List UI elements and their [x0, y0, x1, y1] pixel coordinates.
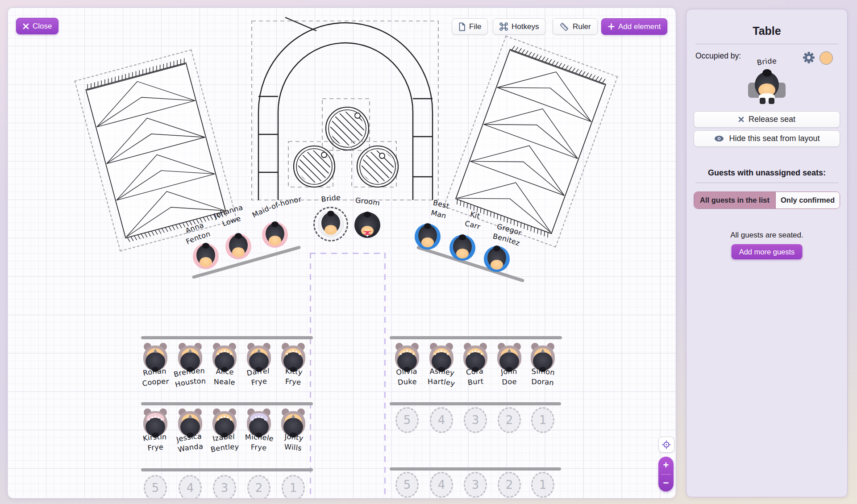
ruler-button[interactable]: Ruler — [553, 18, 598, 35]
ruler-button-label: Ruler — [573, 22, 591, 31]
pearl — [217, 353, 219, 355]
hair-sheen — [188, 414, 192, 418]
add-more-guests-button[interactable]: Add more guests — [732, 244, 803, 259]
empty-seat[interactable]: 3 — [213, 475, 236, 499]
pearl — [227, 417, 229, 418]
svg-text:Jonty: Jonty — [283, 432, 304, 443]
table-right-bottom[interactable] — [390, 467, 561, 471]
hair-bun — [235, 233, 242, 239]
hotkeys-button[interactable]: Hotkeys — [493, 18, 545, 35]
divider — [695, 44, 838, 44]
leg — [769, 98, 774, 104]
seat-bride[interactable] — [318, 211, 344, 237]
empty-seat[interactable]: 4 — [430, 472, 453, 498]
release-seat-label: Release seat — [749, 115, 795, 124]
empty-seat[interactable]: 4 — [430, 407, 453, 433]
center-view-button[interactable] — [658, 437, 674, 453]
empty-seat[interactable]: 1 — [282, 475, 305, 499]
hide-seat-button[interactable]: Hide this seat from layout — [694, 130, 840, 147]
dance-floor-outline[interactable] — [310, 253, 386, 254]
pearl — [230, 353, 232, 355]
command-icon — [499, 22, 508, 31]
svg-text:Kitty: Kitty — [285, 367, 303, 377]
seat-gregor-benitez[interactable] — [484, 246, 510, 272]
seat-color-swatch[interactable] — [820, 51, 833, 65]
hair-bun — [327, 211, 334, 217]
file-button-label: File — [469, 22, 481, 31]
seat-maid-of-honor[interactable] — [262, 222, 288, 248]
filter-all-guests-option[interactable]: All guests in the list — [694, 192, 775, 208]
empty-seat[interactable]: 3 — [464, 407, 487, 433]
empty-seat[interactable]: 1 — [531, 407, 554, 433]
zoom-in-button[interactable]: + — [658, 457, 674, 474]
divider — [695, 183, 838, 183]
wedding-arch[interactable] — [248, 13, 440, 204]
pearl — [220, 417, 222, 418]
close-button[interactable]: Close — [16, 18, 58, 34]
empty-seat[interactable]: 4 — [179, 475, 202, 499]
hair-sheen — [507, 349, 512, 353]
empty-seat[interactable]: 5 — [144, 475, 167, 499]
svg-text:Bride: Bride — [756, 56, 778, 67]
face — [324, 225, 337, 235]
table-right-top[interactable] — [390, 336, 562, 339]
leg — [760, 98, 765, 104]
hair-sheen — [541, 349, 545, 353]
seat-groom[interactable] — [354, 212, 380, 238]
seat-best-man[interactable] — [415, 224, 441, 250]
pearl — [224, 350, 225, 352]
pearl — [220, 351, 222, 353]
x-icon — [738, 117, 744, 122]
pearl — [258, 416, 260, 417]
pearl — [261, 417, 263, 418]
pearl — [403, 351, 405, 353]
all-seated-status: All guests are seated. — [686, 231, 847, 240]
empty-seat[interactable]: 2 — [498, 472, 521, 498]
eye-icon — [714, 135, 724, 142]
filter-only-confirmed-option[interactable]: Only confirmed — [775, 192, 840, 208]
seat-name-label: SimonDoran — [516, 366, 570, 393]
table-left-middle[interactable] — [141, 402, 313, 405]
table-right-middle[interactable] — [390, 402, 561, 405]
guest-filter-toggle: All guests in the list Only confirmed — [694, 192, 840, 209]
floor-plan-canvas[interactable]: Close File Hotkeys Ruler — [7, 7, 676, 499]
pearl — [224, 416, 225, 417]
empty-seat[interactable]: 2 — [247, 475, 270, 499]
empty-seat[interactable]: 3 — [464, 472, 487, 498]
svg-text:Frye: Frye — [147, 442, 164, 452]
pearl — [444, 351, 445, 353]
svg-text:Wills: Wills — [284, 442, 303, 453]
file-button[interactable]: File — [452, 18, 488, 35]
hide-seat-label: Hide this seat from layout — [729, 134, 820, 143]
add-element-button-label: Add element — [618, 22, 661, 31]
gear-icon — [803, 51, 815, 64]
svg-text:Frye: Frye — [250, 442, 267, 452]
empty-seat-number: 5 — [152, 481, 159, 495]
pearl — [474, 350, 476, 352]
table-left-top[interactable] — [141, 336, 313, 339]
pearl — [217, 419, 219, 421]
hair-sheen — [188, 349, 192, 353]
svg-text:Simon: Simon — [531, 367, 555, 377]
zoom-out-button[interactable]: − — [658, 475, 674, 492]
pearl — [264, 419, 266, 421]
empty-seat[interactable]: 5 — [395, 407, 419, 433]
face — [232, 247, 245, 257]
seat-settings-button[interactable] — [803, 51, 815, 64]
hair-bun — [271, 221, 279, 227]
table-left-bottom[interactable] — [141, 468, 313, 471]
pearl — [434, 353, 436, 355]
release-seat-button[interactable]: Release seat — [694, 111, 840, 128]
seat-name-label: JontyWills — [266, 431, 321, 459]
unassigned-guests-heading: Guests with unassigned seats: — [686, 168, 847, 178]
pearl — [471, 351, 473, 353]
hair-sheen — [291, 414, 295, 418]
pearl — [400, 353, 402, 355]
empty-seat[interactable]: 2 — [498, 407, 521, 433]
add-element-button[interactable]: Add element — [601, 18, 667, 35]
seat-johanna-lowe[interactable] — [225, 233, 251, 259]
empty-seat[interactable]: 5 — [395, 472, 419, 498]
face — [491, 260, 503, 270]
hair-bun — [762, 69, 772, 77]
empty-seat[interactable]: 1 — [531, 472, 554, 498]
